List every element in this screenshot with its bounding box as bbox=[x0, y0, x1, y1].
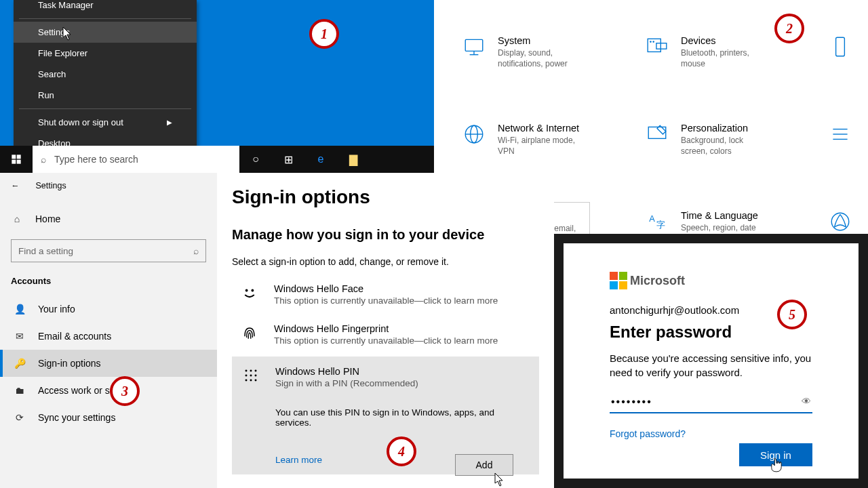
ms-card: Microsoft antonchigurhjr@outlook.com Ent… bbox=[564, 243, 859, 479]
sync-icon: ⟳ bbox=[14, 412, 26, 423]
settings-signin-window: ← Settings ⌂ Home Find a setting ⌕ Accou… bbox=[0, 173, 554, 488]
settings-main-pane: Sign-in options Manage how you sign in t… bbox=[217, 173, 554, 488]
sidebar-item-signin-options[interactable]: 🔑Sign-in options bbox=[0, 350, 217, 377]
category-phone[interactable] bbox=[821, 27, 868, 77]
page-title: Sign-in options bbox=[232, 186, 539, 208]
chevron-right-icon: ▶ bbox=[167, 119, 172, 126]
taskbar: ⌕ Type here to search ○ ⊞ e ▇ bbox=[0, 146, 434, 173]
sidebar-search-placeholder: Find a setting bbox=[18, 246, 73, 256]
personalization-icon bbox=[646, 123, 669, 146]
sidebar-item-sync[interactable]: ⟳Sync your settings bbox=[0, 404, 217, 431]
gaming-icon bbox=[829, 210, 852, 233]
svg-text:A: A bbox=[649, 214, 655, 224]
briefcase-icon: 🖿 bbox=[14, 385, 26, 396]
ctx-item-run[interactable]: Run bbox=[14, 85, 197, 106]
pin-keypad-icon bbox=[241, 366, 260, 385]
settings-back[interactable]: ← Settings bbox=[0, 177, 217, 195]
microsoft-signin-dialog: Microsoft antonchigurhjr@outlook.com Ent… bbox=[554, 234, 868, 488]
svg-rect-8 bbox=[656, 43, 667, 49]
step-badge-5: 5 bbox=[777, 300, 807, 329]
category-system[interactable]: SystemDisplay, sound, notifications, pow… bbox=[454, 27, 590, 77]
step-badge-3: 3 bbox=[110, 376, 140, 406]
taskbar-search-placeholder: Type here to search bbox=[54, 154, 138, 165]
category-devices[interactable]: DevicesBluetooth, printers, mouse bbox=[637, 27, 773, 77]
forgot-password-link[interactable]: Forgot password? bbox=[610, 428, 686, 439]
dialog-message: Because you're accessing sensitive info,… bbox=[610, 351, 812, 380]
sidebar-search[interactable]: Find a setting ⌕ bbox=[11, 239, 206, 262]
mail-icon: ✉ bbox=[14, 331, 26, 342]
svg-point-24 bbox=[251, 289, 254, 292]
face-icon bbox=[240, 283, 259, 302]
svg-text:字: 字 bbox=[656, 220, 665, 230]
category-network[interactable]: Network & InternetWi-Fi, airplane mode, … bbox=[454, 115, 590, 165]
search-icon: ⌕ bbox=[41, 154, 46, 165]
category-personalization[interactable]: PersonalizationBackground, lock screen, … bbox=[637, 115, 773, 165]
signin-button[interactable]: Sign in bbox=[739, 443, 812, 466]
ctx-item-search[interactable]: Search bbox=[14, 64, 197, 85]
microsoft-logo: Microsoft bbox=[610, 272, 812, 289]
settings-title: Settings bbox=[36, 181, 66, 190]
svg-point-31 bbox=[245, 380, 248, 382]
home-icon: ⌂ bbox=[11, 214, 23, 224]
sidebar-item-work-school[interactable]: 🖿Access work or school bbox=[0, 377, 217, 404]
svg-point-30 bbox=[255, 375, 257, 377]
svg-point-26 bbox=[250, 370, 252, 372]
section-hint: Select a sign-in option to add, change, … bbox=[232, 256, 539, 267]
taskbar-taskview-icon[interactable]: ⊞ bbox=[272, 146, 304, 173]
fingerprint-icon bbox=[240, 323, 259, 342]
svg-point-32 bbox=[250, 380, 252, 382]
taskbar-edge-icon[interactable]: e bbox=[304, 146, 337, 173]
section-heading: Manage how you sign in to your device bbox=[232, 227, 539, 243]
ctx-separator bbox=[19, 108, 191, 109]
add-button[interactable]: Add bbox=[455, 454, 513, 476]
svg-point-23 bbox=[245, 289, 248, 292]
start-button[interactable] bbox=[0, 146, 33, 173]
password-input[interactable] bbox=[610, 392, 812, 413]
taskbar-cortana-icon[interactable]: ○ bbox=[239, 146, 272, 173]
winx-context-menu: Task Manager Settings File Explorer Sear… bbox=[14, 0, 197, 154]
step-badge-2: 2 bbox=[774, 14, 804, 43]
svg-rect-4 bbox=[465, 39, 483, 51]
svg-rect-2 bbox=[12, 160, 16, 164]
ctx-separator bbox=[19, 18, 191, 19]
svg-rect-0 bbox=[12, 155, 16, 159]
svg-point-33 bbox=[255, 380, 257, 382]
reveal-password-icon[interactable]: 👁 bbox=[802, 396, 811, 407]
key-icon: 🔑 bbox=[14, 358, 26, 369]
ctx-item-task-manager[interactable]: Task Manager bbox=[14, 0, 197, 16]
phone-icon bbox=[829, 35, 852, 58]
devices-icon bbox=[646, 35, 669, 58]
sidebar-item-your-info[interactable]: 👤Your info bbox=[0, 296, 217, 323]
taskbar-search[interactable]: ⌕ Type here to search bbox=[33, 146, 239, 173]
ctx-item-shutdown[interactable]: Shut down or sign out▶ bbox=[14, 112, 197, 133]
desktop-with-context-menu: Task Manager Settings File Explorer Sear… bbox=[0, 0, 434, 173]
category-apps[interactable] bbox=[821, 115, 868, 165]
svg-point-27 bbox=[255, 370, 257, 372]
microsoft-squares-icon bbox=[610, 272, 627, 289]
svg-point-22 bbox=[831, 214, 849, 231]
option-hello-face[interactable]: Windows Hello FaceThis option is current… bbox=[232, 277, 539, 312]
svg-point-28 bbox=[245, 375, 248, 377]
svg-rect-3 bbox=[17, 160, 21, 164]
back-arrow-icon: ← bbox=[11, 181, 20, 190]
sidebar-item-email[interactable]: ✉Email & accounts bbox=[0, 323, 217, 350]
svg-rect-11 bbox=[836, 37, 845, 56]
person-icon: 👤 bbox=[14, 304, 26, 314]
svg-point-29 bbox=[250, 375, 252, 377]
option-pin-extra: You can use this PIN to sign in to Windo… bbox=[275, 407, 530, 428]
settings-sidebar: ← Settings ⌂ Home Find a setting ⌕ Accou… bbox=[0, 173, 217, 488]
step-badge-4: 4 bbox=[387, 436, 416, 466]
ctx-item-settings[interactable]: Settings bbox=[14, 22, 197, 43]
search-icon: ⌕ bbox=[193, 246, 199, 256]
globe-icon bbox=[462, 123, 486, 146]
svg-point-10 bbox=[653, 41, 654, 42]
ctx-item-file-explorer[interactable]: File Explorer bbox=[14, 43, 197, 64]
svg-rect-7 bbox=[648, 39, 660, 52]
system-icon bbox=[462, 35, 486, 58]
svg-point-25 bbox=[245, 370, 248, 372]
option-hello-fingerprint[interactable]: Windows Hello FingerprintThis option is … bbox=[232, 317, 539, 352]
taskbar-explorer-icon[interactable]: ▇ bbox=[337, 146, 370, 173]
sidebar-home[interactable]: ⌂ Home bbox=[0, 207, 217, 231]
step-badge-1: 1 bbox=[309, 19, 339, 49]
apps-icon bbox=[829, 123, 852, 146]
